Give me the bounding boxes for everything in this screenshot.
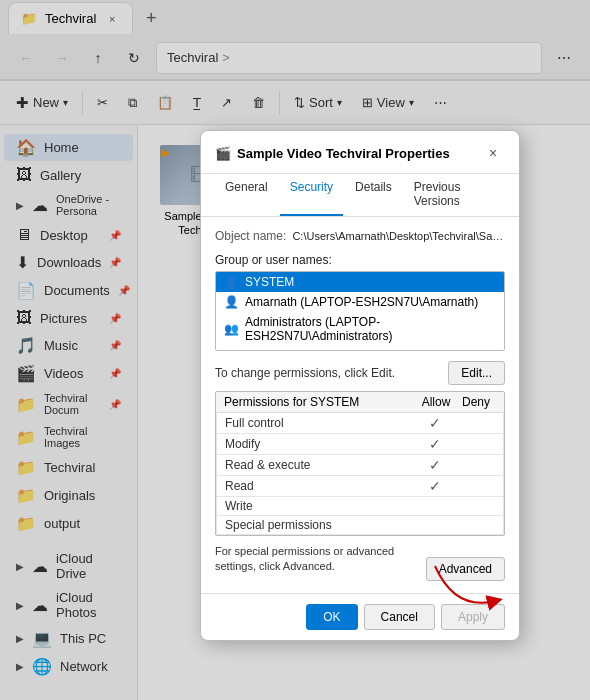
advanced-btn[interactable]: Advanced xyxy=(426,557,505,581)
perm-write-label: Write xyxy=(225,499,415,513)
object-name-label: Object name: xyxy=(215,229,286,243)
amarnath-user-label: Amarnath (LAPTOP-ESH2SN7U\Amarnath) xyxy=(245,295,478,309)
amarnath-user-icon: 👤 xyxy=(224,295,239,309)
perm-full-control-label: Full control xyxy=(225,416,415,430)
administrators-icon: 👥 xyxy=(224,322,239,336)
group-item-administrators[interactable]: 👥 Administrators (LAPTOP-ESH2SN7U\Admini… xyxy=(216,312,504,346)
perm-row-fullcontrol: Full control ✓ xyxy=(216,413,504,434)
group-label: Group or user names: xyxy=(215,253,505,267)
perm-read-label: Read xyxy=(225,479,415,493)
perm-row-read: Read ✓ xyxy=(216,476,504,497)
dialog-title-text: Sample Video Techviral Properties xyxy=(237,146,450,161)
group-item-amarnath[interactable]: 👤 Amarnath (LAPTOP-ESH2SN7U\Amarnath) xyxy=(216,292,504,312)
system-user-label: SYSTEM xyxy=(245,275,294,289)
perm-change-row: To change permissions, click Edit. Edit.… xyxy=(215,361,505,385)
object-name-row: Object name: C:\Users\Amarnath\Desktop\T… xyxy=(215,229,505,243)
perm-header-label: Permissions for SYSTEM xyxy=(224,395,416,409)
dialog-close-btn[interactable]: × xyxy=(481,141,505,165)
permissions-table: Permissions for SYSTEM Allow Deny Full c… xyxy=(215,391,505,536)
tab-previous-versions[interactable]: Previous Versions xyxy=(404,174,505,216)
perm-read-execute-allow: ✓ xyxy=(415,457,455,473)
properties-dialog: 🎬 Sample Video Techviral Properties × Ge… xyxy=(200,130,520,641)
perm-modify-label: Modify xyxy=(225,437,415,451)
group-list[interactable]: 👤 SYSTEM 👤 Amarnath (LAPTOP-ESH2SN7U\Ama… xyxy=(215,271,505,351)
dialog-footer: OK Cancel Apply xyxy=(201,593,519,640)
cancel-btn[interactable]: Cancel xyxy=(364,604,435,630)
perm-row-write: Write xyxy=(216,497,504,516)
tab-details-label: Details xyxy=(355,180,392,194)
perm-full-control-allow: ✓ xyxy=(415,415,455,431)
perm-change-label: To change permissions, click Edit. xyxy=(215,366,395,380)
tab-details[interactable]: Details xyxy=(345,174,402,216)
perm-modify-allow: ✓ xyxy=(415,436,455,452)
permissions-table-header: Permissions for SYSTEM Allow Deny xyxy=(216,392,504,413)
dialog-tabs: General Security Details Previous Versio… xyxy=(201,174,519,217)
tab-security-label: Security xyxy=(290,180,333,194)
dialog-overlay: 🎬 Sample Video Techviral Properties × Ge… xyxy=(0,0,590,700)
advanced-row: For special permissions or advanced sett… xyxy=(215,544,505,581)
edit-btn[interactable]: Edit... xyxy=(448,361,505,385)
deny-col-header: Deny xyxy=(456,395,496,409)
allow-col-header: Allow xyxy=(416,395,456,409)
apply-btn[interactable]: Apply xyxy=(441,604,505,630)
ok-btn[interactable]: OK xyxy=(306,604,357,630)
dialog-title: 🎬 Sample Video Techviral Properties xyxy=(215,146,450,161)
perm-row-modify: Modify ✓ xyxy=(216,434,504,455)
object-name-value: C:\Users\Amarnath\Desktop\Techviral\Samp… xyxy=(292,230,505,242)
group-item-system[interactable]: 👤 SYSTEM xyxy=(216,272,504,292)
advanced-note: For special permissions or advanced sett… xyxy=(215,544,415,575)
tab-general-label: General xyxy=(225,180,268,194)
system-user-icon: 👤 xyxy=(224,275,239,289)
perm-row-read-execute: Read & execute ✓ xyxy=(216,455,504,476)
perm-read-execute-label: Read & execute xyxy=(225,458,415,472)
tab-security[interactable]: Security xyxy=(280,174,343,216)
dialog-titlebar: 🎬 Sample Video Techviral Properties × xyxy=(201,131,519,174)
perm-read-allow: ✓ xyxy=(415,478,455,494)
tab-general[interactable]: General xyxy=(215,174,278,216)
perm-row-special: Special permissions xyxy=(216,516,504,535)
dialog-body: Object name: C:\Users\Amarnath\Desktop\T… xyxy=(201,217,519,593)
tab-previous-versions-label: Previous Versions xyxy=(414,180,461,208)
dialog-title-icon: 🎬 xyxy=(215,146,231,161)
perm-special-label: Special permissions xyxy=(225,518,415,532)
administrators-label: Administrators (LAPTOP-ESH2SN7U\Administ… xyxy=(245,315,496,343)
